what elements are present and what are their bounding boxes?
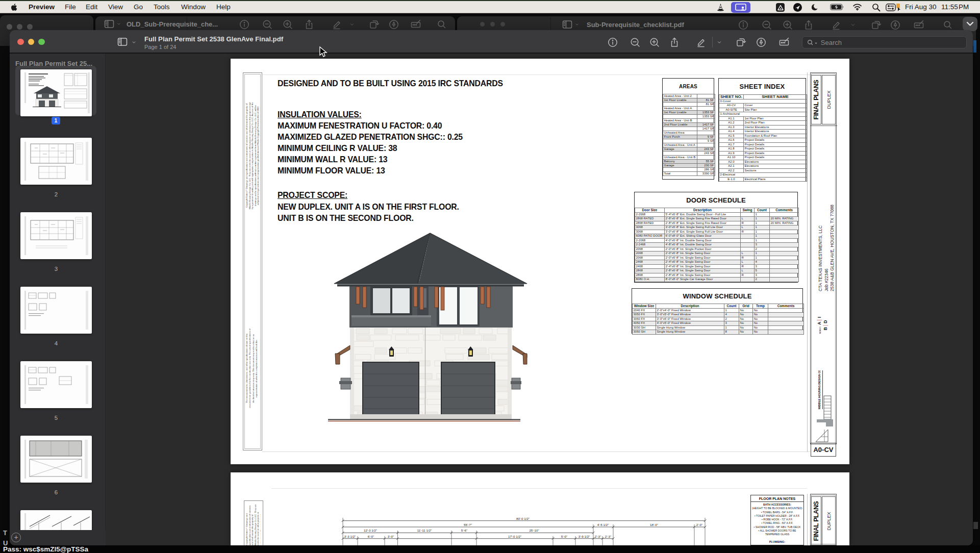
svg-text:5'-6": 5'-6" xyxy=(461,529,467,532)
svg-text:3'-3 1/2": 3'-3 1/2" xyxy=(344,535,356,538)
svg-text:25'-10": 25'-10" xyxy=(529,529,539,532)
svg-text:12'-3 1/2": 12'-3 1/2" xyxy=(364,529,377,532)
svg-text:2'-3": 2'-3" xyxy=(595,535,601,538)
svg-text:5'-0": 5'-0" xyxy=(561,535,567,538)
svg-text:17'-0 1/2": 17'-0 1/2" xyxy=(508,535,521,538)
svg-text:2'-3": 2'-3" xyxy=(605,535,611,538)
svg-text:11'-11 1/2": 11'-11 1/2" xyxy=(417,529,432,532)
svg-text:80'-0 1/2": 80'-0 1/2" xyxy=(516,517,530,520)
svg-text:3'-0": 3'-0" xyxy=(388,535,394,538)
svg-text:3'-9 1/2": 3'-9 1/2" xyxy=(579,535,590,538)
svg-text:2'-0": 2'-0" xyxy=(696,523,702,526)
svg-text:6'-0": 6'-0" xyxy=(368,535,374,538)
svg-text:4'-5 1/2": 4'-5 1/2" xyxy=(597,523,609,526)
svg-text:18'-0": 18'-0" xyxy=(650,523,658,526)
svg-text:55'-7": 55'-7" xyxy=(464,523,472,526)
